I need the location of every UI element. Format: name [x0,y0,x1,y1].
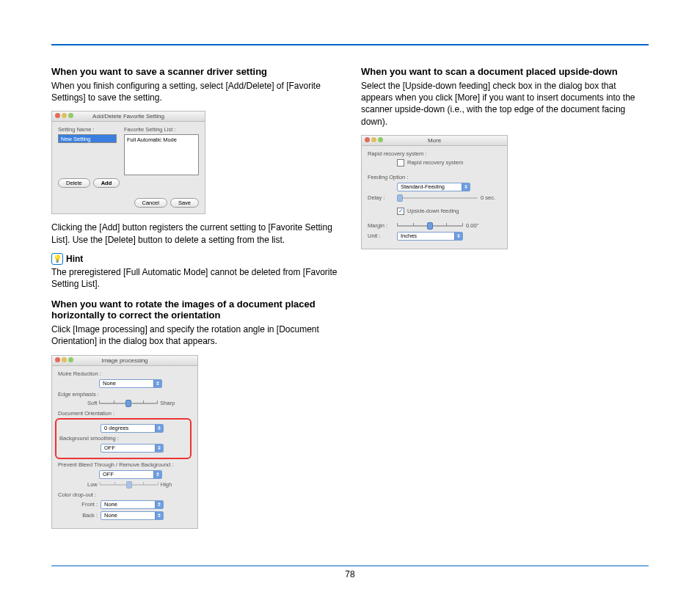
traffic-lights [55,113,73,118]
dialog-title: Image processing [101,357,147,364]
heading-rotate: When you want to rotate the images of a … [51,299,339,321]
margin-label: Margin : [368,222,394,229]
upside-down-checkbox-label: Upside-down feeding [407,208,459,214]
edge-sharp-label: Sharp [160,400,175,406]
dialog-add-delete-favorite: Add/Delete Favorite Setting Setting Name… [51,111,205,214]
moire-select[interactable]: None [99,379,162,388]
favorite-list-label: Favorite Setting List : [124,126,199,133]
hint-text: The preregistered [Full Automatic Mode] … [51,266,339,290]
heading-save-setting: When you want to save a scanner driver s… [51,66,339,77]
unit-label: Unit : [368,233,394,239]
top-rule [51,44,649,45]
edge-soft-label: Soft [87,400,97,406]
bleed-high-label: High [161,481,172,488]
save-button[interactable]: Save [170,198,199,208]
dropout-back-label: Back : [80,512,98,519]
moire-label: Moire Reduction : [58,370,192,377]
traffic-lights [55,357,73,362]
paragraph-add-delete-info: Clicking the [Add] button registers the … [51,222,339,245]
content-columns: When you want to save a scanner driver s… [51,66,649,536]
edge-label: Edge emphasis : [58,391,192,398]
delay-label: Delay : [368,194,394,201]
orientation-highlight-box: 0 degrees Background smoothing : OFF [55,418,192,459]
hint-label: Hint [66,254,83,264]
add-button[interactable]: Add [93,178,120,188]
hint-lightbulb-icon: 💡 [51,253,63,265]
dialog-titlebar: Add/Delete Favorite Setting [52,111,205,122]
feeding-option-select[interactable]: Standard-Feeding [397,183,470,191]
bleed-select[interactable]: OFF [99,470,162,479]
favorite-list-item[interactable]: Full Automatic Mode [127,136,177,143]
cancel-button[interactable]: Cancel [134,198,167,208]
paragraph-save-setting: When you finish configuring a setting, s… [51,80,339,103]
right-column: When you want to scan a document placed … [361,66,649,536]
delete-button[interactable]: Delete [58,178,90,188]
page-number: 78 [0,569,700,579]
paragraph-upside-down: Select the [Upside-down feeding] check b… [361,80,649,128]
heading-upside-down: When you want to scan a document placed … [361,66,649,77]
dialog-titlebar: Image processing [52,356,197,366]
bg-smoothing-label: Background smoothing : [59,435,187,442]
dialog-more: More Rapid recovery system : Rapid recov… [361,135,508,249]
setting-name-input[interactable]: New Setting [58,134,117,143]
rapid-recovery-checkbox-label: Rapid recovery system [407,159,463,166]
dialog-title: Add/Delete Favorite Setting [92,113,164,120]
orientation-label: Document Orientation : [58,410,192,417]
orientation-select[interactable]: 0 degrees [101,424,164,433]
left-column: When you want to save a scanner driver s… [51,66,339,536]
dropout-front-label: Front : [80,501,98,508]
upside-down-checkbox[interactable]: ✓ [397,208,404,215]
bleed-slider[interactable] [100,481,158,489]
dialog-titlebar: More [362,136,507,146]
setting-name-label: Setting Name : [58,126,117,133]
dialog-title: More [428,137,441,144]
bg-smoothing-select[interactable]: OFF [101,444,164,453]
margin-value: 0.00" [466,222,478,229]
dropout-label: Color drop-out : [58,491,192,498]
rapid-system-label: Rapid recovery system : [368,150,501,157]
hint-row: 💡 Hint [51,253,339,265]
unit-select[interactable]: Inches [397,232,463,241]
edge-emphasis-slider[interactable] [99,400,158,407]
dropout-back-select[interactable]: None [101,511,164,520]
favorite-setting-listbox[interactable]: Full Automatic Mode [124,134,199,175]
feeding-option-label: Feeding Option : [368,174,501,180]
bleed-label: Prevent Bleed Through / Remove Backgroun… [58,461,192,468]
traffic-lights [365,137,383,142]
bleed-low-label: Low [87,481,98,488]
margin-slider[interactable] [397,222,463,230]
rapid-recovery-checkbox[interactable] [397,159,404,167]
paragraph-rotate: Click [Image processing] and specify the… [51,323,339,347]
bottom-rule [51,566,649,566]
delay-value: 0 sec. [481,194,495,201]
delay-slider[interactable] [397,194,478,202]
dialog-image-processing: Image processing Moire Reduction : None … [51,355,198,529]
dropout-front-select[interactable]: None [101,500,164,509]
